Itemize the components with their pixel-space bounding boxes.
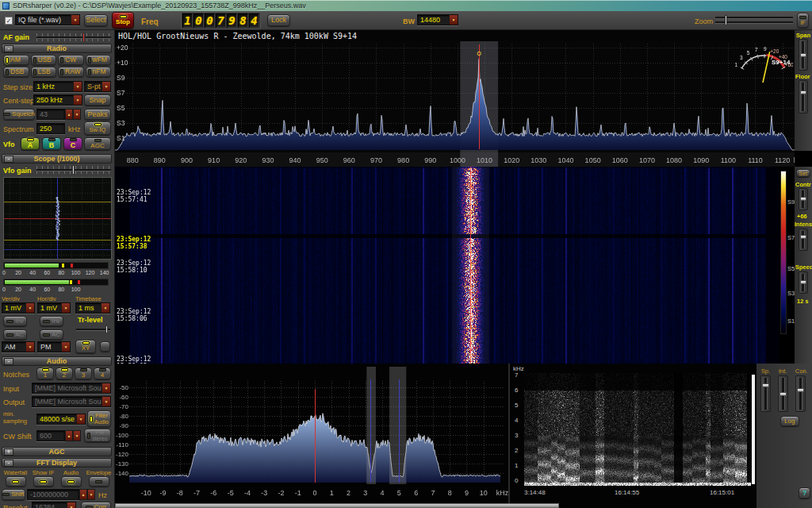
- cw-shift-spinner[interactable]: ▲▼: [65, 430, 81, 441]
- step-size-combo[interactable]: 1 kHz ▼: [33, 81, 82, 92]
- squelch-spinner[interactable]: ▲▼: [65, 109, 81, 120]
- mode-button-usb[interactable]: USB: [31, 55, 57, 65]
- horizontal-scrollbar[interactable]: [115, 503, 559, 508]
- bw-combo[interactable]: 14480 ▼: [417, 14, 458, 25]
- intensity-handle[interactable]: [800, 235, 806, 239]
- af-gain-slider[interactable]: [36, 33, 111, 42]
- chevron-down-icon[interactable]: ▼: [67, 502, 75, 508]
- spectrum-field[interactable]: 250: [36, 123, 65, 134]
- zoom-slider-handle[interactable]: [725, 15, 727, 25]
- floor-slider[interactable]: [799, 80, 808, 114]
- select-button[interactable]: Select: [84, 14, 108, 26]
- hordiv-combo[interactable]: 1 mV ▼: [37, 302, 71, 314]
- chevron-down-icon[interactable]: ▼: [25, 342, 34, 352]
- xy-button[interactable]: XY: [75, 340, 96, 353]
- ac-1-button[interactable]: AC: [3, 329, 27, 340]
- help-button[interactable]: ?: [799, 487, 810, 498]
- snap-button[interactable]: Snap: [84, 94, 111, 106]
- verdiv-combo[interactable]: 1 mV ▼: [2, 302, 35, 314]
- sonogram-canvas[interactable]: [524, 373, 751, 486]
- spin-down-icon[interactable]: ▼: [73, 430, 81, 441]
- mode-button-wfm[interactable]: wFM: [86, 55, 112, 65]
- shift-value-field[interactable]: -100000000: [27, 489, 79, 500]
- peaks-button[interactable]: Peaks: [84, 109, 111, 120]
- squelch-value-field[interactable]: 43: [36, 109, 65, 120]
- waterfall-canvas[interactable]: [115, 167, 779, 364]
- agc-button[interactable]: AGC: [84, 137, 111, 150]
- fft-toggle-audio[interactable]: [61, 476, 82, 487]
- zoom-slider[interactable]: [715, 15, 793, 25]
- spin-up-icon[interactable]: ▲: [79, 489, 87, 500]
- mode-button-raw[interactable]: RAW: [58, 67, 84, 77]
- int-handle[interactable]: [779, 392, 787, 396]
- chevron-down-icon[interactable]: ▼: [449, 15, 458, 25]
- swiq-button[interactable]: Sw-IQ: [84, 121, 111, 135]
- timebase-combo[interactable]: 1 ms ▼: [75, 302, 110, 314]
- input-combo[interactable]: [MME] Microsoft Soun ▼: [32, 383, 111, 394]
- shift-spinner[interactable]: ▲▼: [79, 489, 95, 500]
- contrast-handle[interactable]: [800, 197, 806, 201]
- mode-button-cw[interactable]: CW: [58, 55, 84, 65]
- lock-button[interactable]: Lock: [267, 14, 290, 26]
- freq-display[interactable]: 1007984: [181, 12, 261, 29]
- source-checkbox[interactable]: ✓: [5, 17, 13, 25]
- chevron-down-icon[interactable]: ▼: [101, 303, 109, 313]
- shift-button[interactable]: Shift: [2, 489, 25, 500]
- ac-2-button[interactable]: AC: [40, 329, 63, 340]
- cw-shift-field[interactable]: 600: [36, 430, 65, 441]
- mode-button-nfm[interactable]: nFM: [86, 67, 112, 77]
- chevron-down-icon[interactable]: ▼: [61, 342, 70, 352]
- output-combo[interactable]: [MME] Microsoft Soun ▼: [32, 396, 111, 407]
- notch-button-2[interactable]: 2: [56, 368, 73, 379]
- spin-up-icon[interactable]: ▲: [65, 430, 73, 441]
- channel-1-combo[interactable]: AM ▼: [2, 341, 35, 352]
- scope-extra-button[interactable]: [100, 341, 110, 352]
- fm-stereo-button[interactable]: FM stereo: [84, 429, 111, 442]
- vfo-gain-handle[interactable]: [72, 165, 75, 175]
- mode-button-lsb[interactable]: LSB: [31, 67, 57, 77]
- int-slider[interactable]: [778, 375, 788, 412]
- intensity-slider[interactable]: [799, 229, 808, 251]
- spin-down-icon[interactable]: ▼: [73, 109, 81, 120]
- channel-2-combo[interactable]: PM ▼: [37, 341, 71, 352]
- notch-button-3[interactable]: 3: [75, 368, 92, 379]
- contrast-slider[interactable]: [799, 188, 808, 210]
- cent-step-combo[interactable]: 250 kHz ▼: [33, 94, 82, 106]
- con-slider[interactable]: [795, 375, 806, 412]
- mode-button-dsb[interactable]: DSB: [3, 67, 29, 77]
- rf-spectrum-canvas[interactable]: [115, 41, 795, 167]
- chevron-down-icon[interactable]: ▼: [61, 303, 70, 313]
- spt-combo[interactable]: S-pt ▼: [84, 81, 111, 92]
- inv-1-button[interactable]: Inv: [3, 316, 27, 326]
- vfo-c-button[interactable]: C: [63, 137, 82, 150]
- stop-button[interactable]: Stop: [112, 12, 134, 29]
- collapse-icon[interactable]: -: [4, 45, 13, 52]
- if-spectrum-canvas[interactable]: [115, 364, 508, 508]
- chevron-down-icon[interactable]: ▼: [102, 397, 110, 406]
- squelch-button[interactable]: Squelch: [3, 109, 35, 120]
- vfo-b-button[interactable]: B: [42, 137, 61, 150]
- source-combo[interactable]: IQ file (*.wav) ▼: [15, 14, 80, 25]
- chevron-down-icon[interactable]: ▼: [71, 15, 79, 25]
- chevron-down-icon[interactable]: ▼: [25, 303, 34, 313]
- mode-button-am[interactable]: AM: [3, 55, 29, 65]
- trlevel-handle[interactable]: [105, 325, 108, 333]
- fft-toggle-show-if[interactable]: [33, 476, 54, 487]
- expand-icon[interactable]: +: [4, 448, 13, 456]
- chevron-down-icon[interactable]: ▼: [102, 82, 110, 91]
- collapse-icon[interactable]: -: [4, 358, 13, 365]
- span-slider[interactable]: [799, 39, 808, 71]
- spin-down-icon[interactable]: ▼: [87, 489, 95, 500]
- con-handle[interactable]: [797, 388, 804, 392]
- inv-2-button[interactable]: Inv: [40, 316, 63, 326]
- set-button[interactable]: Set: [796, 169, 810, 177]
- sp-handle[interactable]: [762, 383, 769, 387]
- log-button[interactable]: Log: [780, 416, 799, 426]
- chevron-down-icon[interactable]: ▼: [76, 414, 85, 424]
- trlevel-slider[interactable]: [76, 325, 110, 333]
- min-sampling-combo[interactable]: 48000 s/se ▼: [36, 414, 86, 425]
- if-button[interactable]: IF: [797, 13, 809, 28]
- fft-toggle-envelope[interactable]: [89, 476, 109, 487]
- chevron-down-icon[interactable]: ▼: [73, 82, 82, 91]
- notch-button-1[interactable]: 1: [36, 368, 54, 379]
